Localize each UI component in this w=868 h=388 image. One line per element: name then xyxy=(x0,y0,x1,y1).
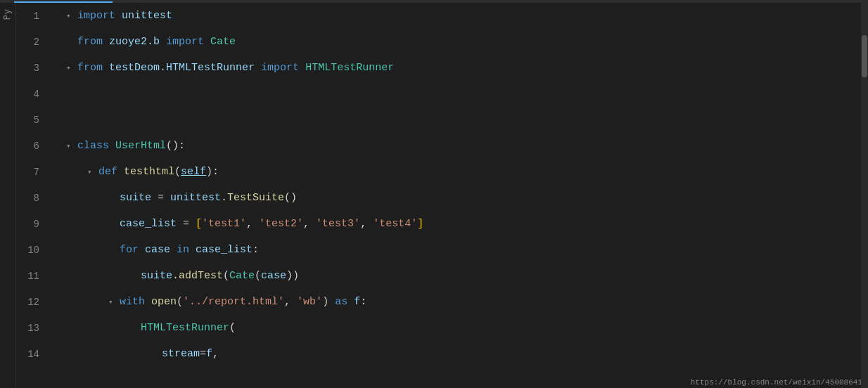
token-kw-from: from xyxy=(77,62,103,74)
token-plain xyxy=(347,296,354,308)
token-func-name: open xyxy=(151,296,177,308)
token-string: 'wb' xyxy=(297,296,322,308)
token-func-name: TestSuite xyxy=(227,192,284,204)
code-line: suite.addTest(Cate(case)) xyxy=(60,263,868,289)
token-plain xyxy=(117,166,124,178)
token-string: 'test3' xyxy=(316,218,360,230)
token-class-name: HTMLTestRunner xyxy=(305,62,394,74)
token-module-name: unittest xyxy=(122,10,172,22)
token-plain: . xyxy=(172,270,179,282)
line-number: 4 xyxy=(15,81,48,107)
token-plain: = xyxy=(200,348,206,360)
token-func-name: addTest xyxy=(179,270,223,282)
token-self-ref: self xyxy=(181,166,206,178)
code-line: ▾with open('../report.html', 'wb') as f: xyxy=(60,289,868,315)
token-plain: ( xyxy=(174,166,181,178)
token-plain: , xyxy=(303,218,316,230)
code-line xyxy=(60,81,868,107)
fold-marker[interactable]: ▾ xyxy=(87,167,96,176)
token-string: 'test4' xyxy=(373,218,417,230)
token-plain: (): xyxy=(166,140,185,152)
token-plain: ): xyxy=(206,166,219,178)
token-plain: ( xyxy=(229,322,236,334)
code-lines: ▾import unittestfrom zuoye2.b import Cat… xyxy=(60,3,868,367)
token-plain: , xyxy=(212,348,219,360)
token-plain: . xyxy=(221,192,227,204)
code-content[interactable]: ▾import unittestfrom zuoye2.b import Cat… xyxy=(60,3,868,388)
line-number: 9 xyxy=(15,211,48,237)
token-plain: = xyxy=(151,192,170,204)
token-plain xyxy=(189,244,196,256)
token-string: 'test2' xyxy=(259,218,303,230)
status-bar: https://blog.csdn.net/weixin/45008641 xyxy=(685,377,868,388)
fold-marker[interactable]: ▾ xyxy=(66,11,75,20)
token-kw-import: import xyxy=(77,10,115,22)
token-plain: ( xyxy=(177,296,183,308)
token-kw-in: in xyxy=(177,244,189,256)
token-kw-for: for xyxy=(120,244,139,256)
code-line: stream=f, xyxy=(60,341,868,367)
code-line xyxy=(60,107,868,133)
token-plain xyxy=(145,296,151,308)
line-number: 2 xyxy=(15,29,48,55)
token-var-name: suite xyxy=(120,192,151,204)
token-var-name: suite xyxy=(141,270,172,282)
token-plain: ( xyxy=(255,270,261,282)
code-line: ▾class UserHtml(): xyxy=(60,133,868,159)
token-plain xyxy=(103,36,109,48)
token-var-name: f xyxy=(206,348,212,360)
line-number: 5 xyxy=(15,107,48,133)
editor-container: Py 1234567891011121314 ▾import unittestf… xyxy=(0,0,868,388)
code-line: ▾import unittest xyxy=(60,3,868,29)
language-label: Py xyxy=(2,8,12,20)
line-number: 7 xyxy=(15,159,48,185)
token-var-name: case xyxy=(261,270,286,282)
token-plain xyxy=(139,244,145,256)
token-plain xyxy=(204,36,210,48)
fold-gutter xyxy=(48,3,60,388)
token-plain xyxy=(103,62,109,74)
line-number: 11 xyxy=(15,263,48,289)
token-string: 'test1' xyxy=(202,218,246,230)
token-module-name: unittest xyxy=(170,192,221,204)
token-plain xyxy=(255,62,261,74)
token-plain: : xyxy=(253,244,259,256)
line-number: 12 xyxy=(15,289,48,315)
line-number: 13 xyxy=(15,315,48,341)
scrollbar[interactable] xyxy=(861,0,868,388)
token-class-name: Cate xyxy=(210,36,236,48)
line-number: 3 xyxy=(15,55,48,81)
token-module-name: testDeom.HTMLTestRunner xyxy=(109,62,255,74)
scrollbar-thumb[interactable] xyxy=(862,35,867,77)
token-bracket: [ xyxy=(196,218,202,230)
token-plain xyxy=(109,140,115,152)
token-kw-with: with xyxy=(120,296,145,308)
token-plain: , xyxy=(284,296,297,308)
token-bracket: ] xyxy=(417,218,423,230)
token-var-name: case xyxy=(145,244,170,256)
code-line: HTMLTestRunner( xyxy=(60,315,868,341)
token-plain: , xyxy=(246,218,259,230)
fold-marker[interactable]: ▾ xyxy=(66,141,75,150)
token-kw-def: def xyxy=(98,166,117,178)
code-line: ▾def testhtml(self): xyxy=(60,159,868,185)
fold-marker[interactable]: ▾ xyxy=(66,63,75,72)
token-plain: = xyxy=(177,218,196,230)
token-var-name: case_list xyxy=(196,244,253,256)
code-line: for case in case_list: xyxy=(60,237,868,263)
line-number: 1 xyxy=(15,3,48,29)
token-plain: , xyxy=(360,218,373,230)
token-var-name: case_list xyxy=(120,218,177,230)
token-plain xyxy=(160,36,166,48)
token-kw-as: as xyxy=(335,296,347,308)
token-func-name: testhtml xyxy=(124,166,174,178)
line-numbers: 1234567891011121314 xyxy=(15,3,48,388)
token-var-name: f xyxy=(354,296,360,308)
line-number: 8 xyxy=(15,185,48,211)
token-plain xyxy=(170,244,177,256)
token-class-name: Cate xyxy=(229,270,255,282)
token-kw-import: import xyxy=(166,36,204,48)
token-kw-import: import xyxy=(261,62,299,74)
code-line: from zuoye2.b import Cate xyxy=(60,29,868,55)
fold-marker[interactable]: ▾ xyxy=(108,297,117,306)
